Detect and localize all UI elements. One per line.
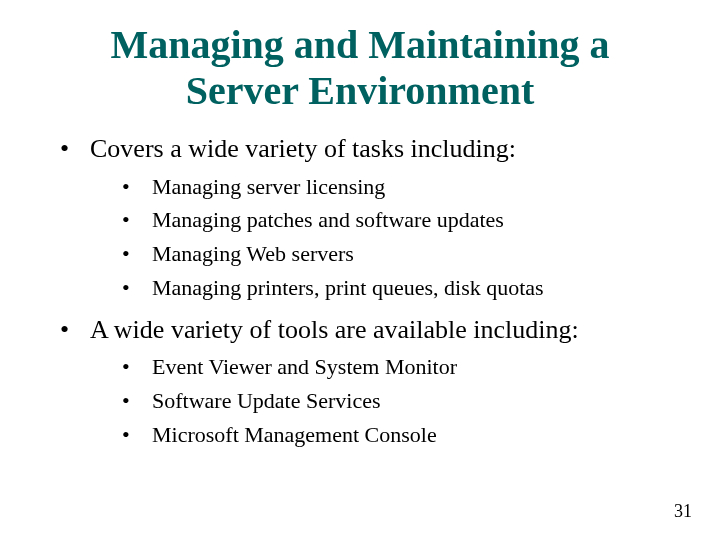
list-item: Managing printers, print queues, disk qu… — [122, 273, 680, 303]
list-item: Managing server licensing — [122, 172, 680, 202]
list-item: Software Update Services — [122, 386, 680, 416]
title-line-1: Managing and Maintaining a — [110, 22, 609, 67]
slide-body: Covers a wide variety of tasks including… — [0, 114, 720, 449]
list-item: Microsoft Management Console — [122, 420, 680, 450]
page-number: 31 — [674, 501, 692, 522]
bullet-text: Covers a wide variety of tasks including… — [90, 134, 516, 163]
list-item: A wide variety of tools are available in… — [60, 313, 680, 450]
list-item: Event Viewer and System Monitor — [122, 352, 680, 382]
list-item: Managing Web servers — [122, 239, 680, 269]
slide-title: Managing and Maintaining a Server Enviro… — [0, 0, 720, 114]
bullet-list: Covers a wide variety of tasks including… — [60, 132, 680, 449]
bullet-text: Managing Web servers — [152, 241, 354, 266]
bullet-text: Managing patches and software updates — [152, 207, 504, 232]
bullet-text: Microsoft Management Console — [152, 422, 437, 447]
bullet-text: Managing printers, print queues, disk qu… — [152, 275, 544, 300]
bullet-text: Managing server licensing — [152, 174, 385, 199]
sub-bullet-list: Managing server licensing Managing patch… — [90, 172, 680, 303]
list-item: Covers a wide variety of tasks including… — [60, 132, 680, 303]
slide: Managing and Maintaining a Server Enviro… — [0, 0, 720, 540]
bullet-text: Software Update Services — [152, 388, 380, 413]
bullet-text: A wide variety of tools are available in… — [90, 315, 579, 344]
title-line-2: Server Environment — [186, 68, 535, 113]
bullet-text: Event Viewer and System Monitor — [152, 354, 457, 379]
sub-bullet-list: Event Viewer and System Monitor Software… — [90, 352, 680, 449]
list-item: Managing patches and software updates — [122, 205, 680, 235]
